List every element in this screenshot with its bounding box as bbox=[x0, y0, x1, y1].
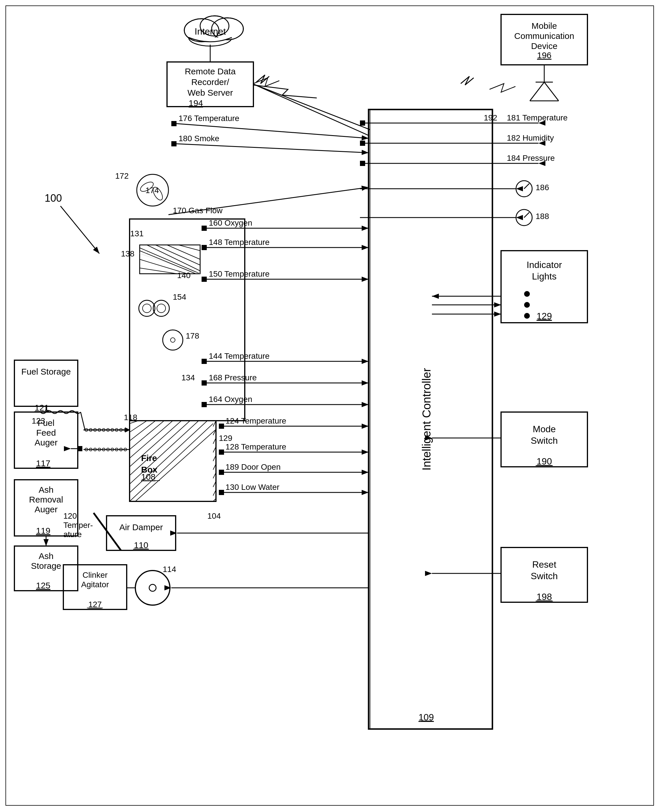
main-svg: Internet Remote Data Recorder/ Web Serve… bbox=[0, 0, 660, 812]
svg-text:Temper-: Temper- bbox=[63, 521, 93, 530]
svg-text:129: 129 bbox=[219, 434, 232, 443]
svg-text:164 Oxygen: 164 Oxygen bbox=[209, 395, 252, 404]
svg-text:Air Damper: Air Damper bbox=[119, 523, 163, 532]
svg-text:Ash: Ash bbox=[38, 485, 54, 494]
svg-text:172: 172 bbox=[115, 172, 129, 180]
svg-text:130 Low Water: 130 Low Water bbox=[225, 483, 279, 492]
svg-rect-83 bbox=[201, 359, 207, 364]
diagram-container: Internet Remote Data Recorder/ Web Serve… bbox=[0, 0, 660, 812]
svg-text:Reset: Reset bbox=[532, 559, 556, 570]
svg-text:Mobile: Mobile bbox=[531, 21, 557, 30]
svg-text:Switch: Switch bbox=[531, 571, 558, 581]
system-number: 100 bbox=[44, 192, 62, 204]
svg-text:196: 196 bbox=[537, 51, 551, 60]
svg-text:180 Smoke: 180 Smoke bbox=[179, 134, 219, 143]
svg-text:182  Humidity: 182 Humidity bbox=[507, 133, 554, 142]
svg-rect-129 bbox=[219, 490, 224, 495]
svg-text:Remote Data: Remote Data bbox=[185, 67, 236, 76]
svg-rect-119 bbox=[219, 424, 224, 429]
svg-rect-39 bbox=[171, 121, 176, 126]
svg-point-225 bbox=[524, 291, 530, 297]
svg-text:170 Gas Flow: 170 Gas Flow bbox=[173, 206, 223, 215]
svg-text:Fire: Fire bbox=[141, 453, 157, 463]
svg-text:119: 119 bbox=[36, 526, 51, 536]
svg-rect-86 bbox=[201, 380, 207, 386]
svg-rect-42 bbox=[171, 141, 176, 146]
svg-text:Communication: Communication bbox=[514, 31, 574, 41]
svg-text:Auger: Auger bbox=[35, 438, 57, 447]
svg-text:Intelligent Controller: Intelligent Controller bbox=[420, 368, 433, 470]
svg-text:Lights: Lights bbox=[532, 271, 556, 281]
svg-text:104: 104 bbox=[207, 512, 221, 520]
internet-label: Internet bbox=[195, 26, 226, 37]
svg-text:Agitator: Agitator bbox=[81, 580, 109, 589]
svg-text:Fuel Storage: Fuel Storage bbox=[21, 367, 71, 376]
svg-text:128 Temperature: 128 Temperature bbox=[225, 442, 286, 451]
svg-text:178: 178 bbox=[186, 331, 199, 340]
svg-text:125: 125 bbox=[36, 581, 51, 590]
svg-point-227 bbox=[524, 313, 530, 319]
svg-text:184  Pressure: 184 Pressure bbox=[507, 154, 555, 162]
svg-rect-123 bbox=[219, 450, 224, 455]
svg-text:190: 190 bbox=[536, 456, 552, 467]
svg-text:168 Pressure: 168 Pressure bbox=[209, 373, 257, 382]
svg-rect-126 bbox=[219, 470, 224, 475]
svg-text:189 Door Open: 189 Door Open bbox=[225, 462, 281, 471]
svg-point-226 bbox=[524, 302, 530, 308]
svg-text:Fuel: Fuel bbox=[38, 418, 54, 427]
svg-text:181 Temperature: 181 Temperature bbox=[507, 113, 568, 122]
svg-text:131: 131 bbox=[130, 229, 144, 238]
svg-text:Device: Device bbox=[531, 41, 557, 51]
svg-text:120: 120 bbox=[63, 512, 77, 520]
svg-text:192: 192 bbox=[484, 113, 497, 122]
svg-rect-69 bbox=[201, 245, 207, 250]
svg-text:144 Temperature: 144 Temperature bbox=[209, 351, 270, 361]
svg-text:114: 114 bbox=[163, 565, 176, 574]
svg-text:Recorder/: Recorder/ bbox=[191, 77, 229, 87]
svg-text:117: 117 bbox=[36, 458, 51, 468]
svg-text:186: 186 bbox=[536, 183, 549, 192]
svg-text:Ash: Ash bbox=[38, 551, 54, 561]
svg-text:176 Temperature: 176 Temperature bbox=[179, 114, 239, 123]
svg-text:Indicator: Indicator bbox=[527, 260, 562, 270]
svg-text:110: 110 bbox=[134, 540, 148, 550]
svg-text:Removal: Removal bbox=[29, 495, 63, 504]
svg-text:150 Temperature: 150 Temperature bbox=[209, 269, 270, 278]
svg-text:140: 140 bbox=[177, 271, 190, 280]
svg-text:148 Temperature: 148 Temperature bbox=[209, 238, 270, 247]
svg-text:198: 198 bbox=[536, 591, 552, 602]
svg-text:188: 188 bbox=[536, 212, 549, 221]
svg-rect-90 bbox=[201, 402, 207, 407]
svg-text:Mode: Mode bbox=[533, 424, 556, 434]
svg-text:160 Oxygen: 160 Oxygen bbox=[209, 218, 252, 227]
svg-text:Clinker: Clinker bbox=[82, 570, 108, 580]
svg-text:138: 138 bbox=[121, 249, 135, 258]
svg-text:108: 108 bbox=[141, 472, 155, 481]
svg-text:ature: ature bbox=[63, 530, 82, 539]
svg-text:Storage: Storage bbox=[31, 561, 61, 570]
svg-text:124 Temperature: 124 Temperature bbox=[225, 416, 286, 425]
svg-text:134: 134 bbox=[181, 373, 195, 382]
svg-text:154: 154 bbox=[173, 292, 186, 301]
svg-rect-66 bbox=[201, 226, 207, 231]
svg-text:Feed: Feed bbox=[36, 428, 56, 437]
ref-118: 118 bbox=[124, 413, 137, 422]
svg-text:Switch: Switch bbox=[531, 435, 558, 446]
svg-text:Web Server: Web Server bbox=[187, 88, 233, 97]
svg-rect-72 bbox=[201, 276, 207, 282]
svg-text:Auger: Auger bbox=[35, 505, 57, 514]
svg-text:127: 127 bbox=[89, 600, 102, 609]
